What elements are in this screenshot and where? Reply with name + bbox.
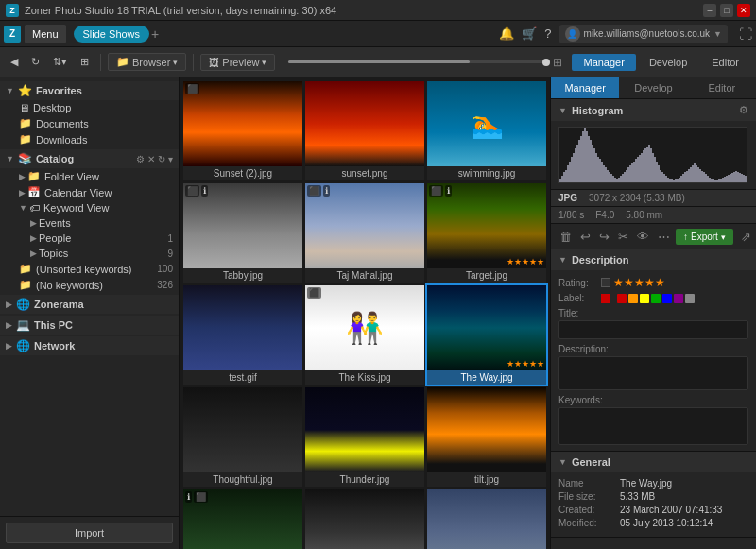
rating-checkbox[interactable] [601,278,610,287]
browser-button[interactable]: 📁 Browser ▾ [108,53,186,71]
favorites-header[interactable]: ▼ ⭐ Favorites [0,81,179,100]
thumb-icon: ⬛ [307,287,321,299]
catalog-header[interactable]: ▼ 📚 Catalog ⚙ ✕ ↻ ▾ [0,149,179,168]
manager-tab[interactable]: Manager [572,54,635,71]
thumb-icon: ℹ [185,491,192,503]
catalog-keyword-view[interactable]: ▼ 🏷 Keyword View [0,200,179,215]
favorites-downloads[interactable]: 📁 Downloads [0,131,179,147]
main-area: ▼ ⭐ Favorites 🖥 Desktop 📁 Documents 📁 Do… [0,77,756,549]
general-created-key: Created: [558,505,620,515]
photo-thumb-12[interactable]: ℹ⬛★★★Toco Toucan.jpg [183,489,302,549]
rotate-button[interactable]: ↩ [577,228,593,246]
photo-thumb-14[interactable]: tower.jpg [427,489,546,549]
color-green[interactable] [651,294,661,303]
label-label: Label: [558,293,601,303]
photo-thumb-11[interactable]: tilt.jpg [427,387,546,487]
photo-thumb-4[interactable]: ⬛ℹTaj Mahal.jpg [305,183,424,283]
import-button[interactable]: Import [6,523,173,543]
cart-icon[interactable]: 🛒 [522,26,537,41]
photo-thumb-1[interactable]: sunset.png [305,81,424,180]
keywords-input[interactable] [558,407,748,445]
rotate2-button[interactable]: ↪ [596,228,612,246]
catalog-folder-view[interactable]: ▶ 📁 Folder View [0,168,179,184]
histogram-options-icon[interactable]: ⚙ [739,104,748,116]
photo-thumb-0[interactable]: ⬛Sunset (2).jpg [183,81,302,180]
fullscreen-icon[interactable]: ⛶ [739,26,752,42]
grid-button[interactable]: ⊞ [76,53,94,71]
menu-item-menu[interactable]: Menu [25,25,66,43]
eye-button[interactable]: 👁 [634,228,652,246]
color-red[interactable] [617,294,627,303]
refresh-button[interactable]: ↻ [26,53,44,71]
photo-name-1: sunset.png [305,166,424,180]
tab-manager[interactable]: Manager [551,77,619,98]
thispc-section: ▶ 💻 This PC [0,316,179,335]
sort-button[interactable]: ⇅▾ [48,53,72,71]
add-tab-button[interactable]: + [151,26,159,42]
description-header[interactable]: ▼ Description [551,249,756,270]
histogram-header[interactable]: ▼ Histogram ⚙ [551,99,756,121]
label-checkbox[interactable] [601,294,610,303]
tab-develop[interactable]: Develop [619,77,687,98]
notification-icon[interactable]: 🔔 [499,26,514,41]
no-keywords[interactable]: 📁 (No keywords) 326 [0,277,179,293]
histogram-bar-99 [747,177,747,182]
more-button[interactable]: ⋯ [655,228,673,246]
color-purple[interactable] [674,294,683,303]
catalog-refresh[interactable]: ↻ [158,154,165,164]
photo-thumb-6[interactable]: test.gif [183,285,302,385]
develop-tab[interactable]: Develop [638,54,698,71]
color-yellow[interactable] [640,294,649,303]
tab-editor[interactable]: Editor [688,77,756,98]
color-blue[interactable] [662,294,672,303]
stars-filled[interactable]: ★★★★★ [613,276,665,289]
favorites-desktop[interactable]: 🖥 Desktop [0,100,179,115]
description-input[interactable] [558,356,748,390]
title-input[interactable] [558,320,748,339]
editor-tab[interactable]: Editor [700,54,750,71]
slide-shows-tab[interactable]: Slide Shows [74,26,150,43]
user-area[interactable]: 👤 mike.williams@nuetools.co.uk ▼ [559,25,728,43]
close-button[interactable]: ✕ [737,4,750,17]
photo-thumb-8[interactable]: ★★★★★The Way.jpg [427,285,546,385]
keyword-events[interactable]: ▶ Events [11,215,179,231]
thumb-image-3: ⬛ℹ [183,183,302,268]
grid-view-icon[interactable]: ⊞ [553,56,562,69]
back-button[interactable]: ◀ [6,53,23,71]
help-icon[interactable]: ? [544,26,551,41]
export-button[interactable]: ↑ Export ▾ [676,229,733,245]
catalog-calendar-view[interactable]: ▶ 📅 Calendar View [0,184,179,200]
zoom-slider[interactable] [288,60,546,63]
photo-thumb-5[interactable]: ⬛ℹ★★★★★Target.jpg [427,183,546,283]
photo-thumb-3[interactable]: ⬛ℹTabby.jpg [183,183,302,283]
keyword-people[interactable]: ▶ People 1 [11,231,179,246]
network-header[interactable]: ▶ 🌐 Network [0,336,179,355]
photo-thumb-9[interactable]: Thoughtful.jpg [183,387,302,487]
catalog-tool-2[interactable]: ✕ [147,154,155,164]
photo-thumb-7[interactable]: ⬛👫The Kiss.jpg [305,285,424,385]
user-avatar: 👤 [565,26,580,42]
thispc-header[interactable]: ▶ 💻 This PC [0,316,179,335]
photo-thumb-10[interactable]: Thunder.jpg [305,387,424,487]
photo-name-4: Taj Mahal.jpg [305,268,424,283]
color-gray[interactable] [685,294,695,303]
catalog-tool-1[interactable]: ⚙ [136,154,145,164]
unsorted-keywords[interactable]: 📁 (Unsorted keywords) 100 [0,261,179,277]
description-content: Rating: ★★★★★ Label: [551,270,756,451]
maximize-button[interactable]: □ [720,4,733,17]
preview-button[interactable]: 🖼 Preview ▾ [200,54,275,71]
favorites-documents[interactable]: 📁 Documents [0,115,179,131]
photo-thumb-2[interactable]: 🏊swimming.jpg [427,81,546,180]
stars-overlay: ★★★★★ [507,257,544,266]
share-button[interactable]: ⇗ [738,228,754,246]
color-orange[interactable] [628,294,638,303]
general-header[interactable]: ▼ General [551,452,756,472]
edit2-button[interactable]: ✂ [615,228,631,246]
catalog-expand[interactable]: ▾ [168,154,173,164]
general-name-val: The Way.jpg [620,478,672,489]
zonerama-header[interactable]: ▶ 🌐 Zonerama [0,295,179,314]
minimize-button[interactable]: – [703,4,716,17]
keyword-topics[interactable]: ▶ Topics 9 [11,246,179,261]
delete-button[interactable]: 🗑 [557,228,575,246]
photo-thumb-13[interactable]: Tools.jpg [305,489,424,549]
